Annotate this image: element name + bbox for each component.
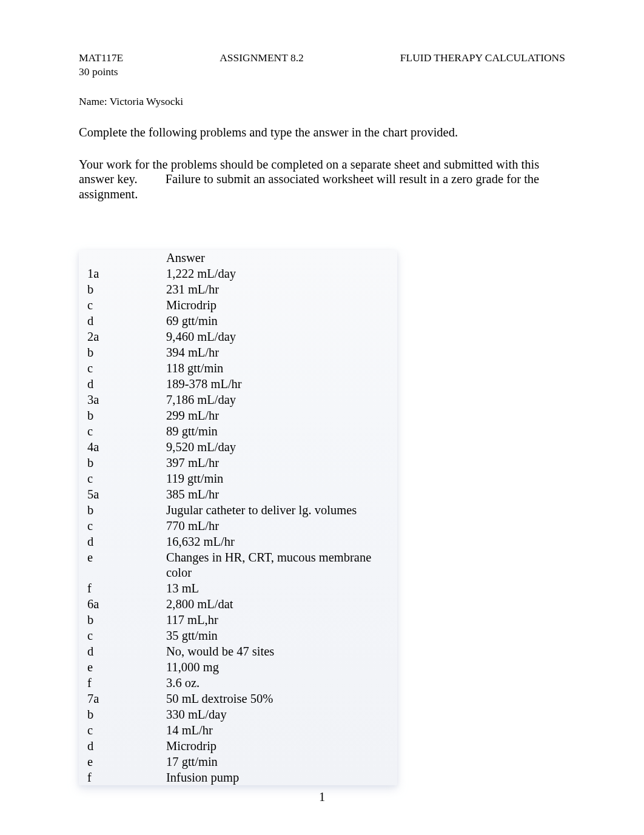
table-header-answer: Answer [158,250,397,266]
table-row: b397 mL/hr [79,455,397,471]
row-answer: 189-378 mL/hr [158,376,397,392]
row-label: d [79,534,158,549]
row-answer: 9,460 mL/day [158,329,397,344]
row-label: b [79,612,158,628]
row-answer: 14 mL/hr [158,722,397,738]
table-row: f3.6 oz. [79,675,397,691]
row-answer: 89 gtt/min [158,423,397,439]
row-answer: 394 mL/hr [158,344,397,360]
row-label: b [79,281,158,297]
table-row: 1a1,222 mL/day [79,266,397,281]
row-answer: 330 mL/day [158,706,397,722]
table-row: f13 mL [79,580,397,596]
row-label: f [79,675,158,691]
table-row: 5a385 mL/hr [79,486,397,502]
table-row: e17 gtt/min [79,754,397,770]
instruction-paragraph-1: Complete the following problems and type… [79,125,565,140]
table-row: 6a2,800 mL/dat [79,596,397,612]
table-row: eChanges in HR, CRT, mucous membrane col… [79,549,397,580]
answer-table: Answer 1a1,222 mL/day b231 mL/hr cMicrod… [79,250,397,785]
row-answer: 9,520 mL/day [158,439,397,455]
row-label: b [79,455,158,471]
row-label: b [79,407,158,423]
table-row: b394 mL/hr [79,344,397,360]
row-label: d [79,376,158,392]
table-row: d189-378 mL/hr [79,376,397,392]
row-label: c [79,628,158,643]
row-answer: No, would be 47 sites [158,643,397,659]
row-label: c [79,297,158,313]
row-label: 6a [79,596,158,612]
row-label: 4a [79,439,158,455]
row-answer: 117 mL,hr [158,612,397,628]
table-row: 2a9,460 mL/day [79,329,397,344]
table-row: c89 gtt/min [79,423,397,439]
row-answer: 16,632 mL/hr [158,534,397,549]
row-label: 3a [79,392,158,407]
row-answer: Infusion pump [158,770,397,785]
row-answer: Jugular catheter to deliver lg. volumes [158,502,397,518]
row-label: c [79,722,158,738]
row-answer: 770 mL/hr [158,518,397,534]
row-answer: 119 gtt/min [158,471,397,486]
row-label: b [79,344,158,360]
table-row: c14 mL/hr [79,722,397,738]
table-header-blank [79,250,158,266]
row-answer: 397 mL/hr [158,455,397,471]
row-answer: Microdrip [158,738,397,754]
page-number: 1 [0,790,644,805]
row-answer: 2,800 mL/dat [158,596,397,612]
row-answer: 385 mL/hr [158,486,397,502]
table-row: c770 mL/hr [79,518,397,534]
row-answer: Microdrip [158,297,397,313]
row-label: f [79,580,158,596]
row-label: d [79,313,158,329]
table-row: dNo, would be 47 sites [79,643,397,659]
table-header-row: Answer [79,250,397,266]
table-row: dMicrodrip [79,738,397,754]
table-row: b117 mL,hr [79,612,397,628]
row-answer: 118 gtt/min [158,360,397,376]
row-answer: 11,000 mg [158,659,397,675]
table-row: b299 mL/hr [79,407,397,423]
table-row: b330 mL/day [79,706,397,722]
row-answer: 1,222 mL/day [158,266,397,281]
table-row: e11,000 mg [79,659,397,675]
table-row: c119 gtt/min [79,471,397,486]
table-row: c35 gtt/min [79,628,397,643]
name-label: Name: [79,95,110,107]
row-label: c [79,423,158,439]
row-answer: 7,186 mL/day [158,392,397,407]
name-line: Name: Victoria Wysocki [79,95,565,108]
instruction-paragraph-2: Your work for the problems should be com… [79,157,558,202]
row-answer: 13 mL [158,580,397,596]
row-label: b [79,706,158,722]
name-value: Victoria Wysocki [110,95,184,107]
row-label: d [79,738,158,754]
table-row: 3a7,186 mL/day [79,392,397,407]
row-answer: 69 gtt/min [158,313,397,329]
row-label: d [79,643,158,659]
row-answer: 50 mL dextroise 50% [158,691,397,706]
row-answer: 231 mL/hr [158,281,397,297]
row-answer: 17 gtt/min [158,754,397,770]
row-label: e [79,549,158,580]
table-row: d16,632 mL/hr [79,534,397,549]
table-row: fInfusion pump [79,770,397,785]
table-row: d69 gtt/min [79,313,397,329]
row-label: 2a [79,329,158,344]
row-label: e [79,754,158,770]
table-row: bJugular catheter to deliver lg. volumes [79,502,397,518]
table-row: cMicrodrip [79,297,397,313]
row-label: 1a [79,266,158,281]
row-label: f [79,770,158,785]
points-label: 30 points [79,65,565,78]
course-code: MAT117E [79,52,123,64]
row-label: c [79,471,158,486]
row-answer: 35 gtt/min [158,628,397,643]
table-row: 7a50 mL dextroise 50% [79,691,397,706]
row-label: c [79,518,158,534]
row-label: c [79,360,158,376]
table-row: b231 mL/hr [79,281,397,297]
assignment-number: ASSIGNMENT 8.2 [220,52,304,64]
